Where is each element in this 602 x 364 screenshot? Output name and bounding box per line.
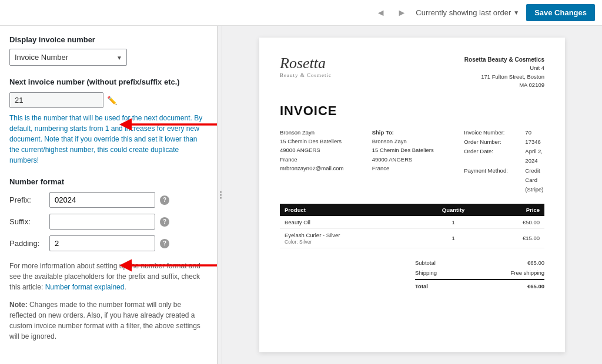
item-sub-2: Color: Silver	[285, 239, 312, 245]
bill-addr2: 49000 ANGERS	[280, 146, 360, 154]
shipping-row: Shipping Free shipping	[415, 268, 544, 278]
main-layout: Display invoice number Invoice NumberOrd…	[0, 26, 602, 364]
next-invoice-title: Next invoice number (without prefix/suff…	[9, 77, 208, 86]
logo-tagline: Beauty & Cosmetic	[280, 72, 332, 78]
note-body: Changes made to the number format will o…	[9, 301, 200, 341]
prefix-help-icon[interactable]: ?	[160, 196, 169, 205]
item-name-1: Beauty Oil	[280, 216, 419, 229]
company-info: Rosetta Beauty & Cosmetics Unit 4 171 Fu…	[464, 55, 544, 89]
company-addr3: MA 02109	[519, 82, 544, 88]
total-label: Total	[415, 283, 428, 289]
note-text: Note: Changes made to the number format …	[9, 299, 208, 342]
ship-label: Ship To:	[372, 128, 453, 137]
bill-addr3: France	[280, 155, 360, 164]
bill-email: mrbronzayn02@mail.com	[280, 164, 360, 173]
meta-order-row: Order Number: 17346	[464, 137, 544, 147]
next-invoice-input-row: ✏️	[9, 92, 208, 108]
meta-payment-val: Credit Card (Stripe)	[525, 166, 544, 194]
meta-payment-row: Payment Method: Credit Card (Stripe)	[464, 166, 544, 194]
showing-label: Currently showing last order ▼	[416, 8, 519, 17]
shipping-address: Ship To: Bronson Zayn 15 Chemin Des Bate…	[372, 128, 453, 194]
next-invoice-input[interactable]	[9, 92, 103, 108]
totals-table: Subtotal €65.00 Shipping Free shipping T…	[415, 258, 544, 291]
total-row: Total €65.00	[415, 279, 544, 291]
left-panel: Display invoice number Invoice NumberOrd…	[0, 26, 218, 364]
invoice-preview: Rosetta Beauty & Cosmetic Rosetta Beauty…	[259, 38, 565, 352]
padding-row: Padding: ?	[9, 235, 208, 251]
meta-invoice-label: Invoice Number:	[464, 128, 523, 137]
ship-addr1: 15 Chemin Des Bateliers	[372, 146, 453, 154]
billing-address: Bronson Zayn 15 Chemin Des Bateliers 490…	[280, 128, 360, 194]
showing-label-text: Currently showing last order	[416, 8, 511, 17]
item-qty-2: 1	[419, 228, 488, 248]
item-price-1: €50.00	[487, 216, 544, 229]
suffix-row: Suffix: ?	[9, 214, 208, 230]
prefix-input[interactable]	[49, 192, 155, 208]
suffix-help-icon[interactable]: ?	[160, 217, 169, 227]
invoice-meta: Invoice Number: 70 Order Number: 17346 O…	[464, 128, 544, 194]
meta-payment-label: Payment Method:	[464, 166, 523, 194]
next-invoice-section: Next invoice number (without prefix/suff…	[9, 77, 208, 166]
meta-order-label: Order Number:	[464, 137, 523, 147]
invoice-items-table: Product Quantity Price Beauty Oil 1 €50.…	[280, 204, 544, 248]
padding-label: Padding:	[9, 239, 45, 248]
ship-name: Bronson Zayn	[372, 137, 453, 146]
col-product: Product	[280, 204, 419, 216]
meta-date-label: Order Date:	[464, 147, 523, 166]
padding-input[interactable]	[49, 235, 155, 251]
subtotal-label: Subtotal	[415, 259, 436, 266]
number-format-section: Number format Prefix: ? Suffix: ? Paddin…	[9, 177, 208, 251]
invoice-totals: Subtotal €65.00 Shipping Free shipping T…	[280, 258, 544, 291]
meta-date-row: Order Date: April 2, 2024	[464, 147, 544, 166]
subtotal-val: €65.00	[527, 259, 544, 266]
company-name: Rosetta Beauty & Cosmetics	[464, 56, 544, 63]
panel-divider	[218, 26, 222, 364]
invoice-header: Rosetta Beauty & Cosmetic Rosetta Beauty…	[280, 55, 544, 89]
nav-forward-button[interactable]: ►	[395, 6, 409, 19]
item-qty-1: 1	[419, 216, 488, 229]
display-invoice-select[interactable]: Invoice NumberOrder NumberSequential	[9, 49, 127, 66]
suffix-label: Suffix:	[9, 217, 45, 226]
prefix-row: Prefix: ?	[9, 192, 208, 208]
total-val: €65.00	[527, 283, 544, 289]
number-format-link[interactable]: Number format explained	[45, 283, 125, 291]
format-info-text: For more information about setting up th…	[9, 261, 208, 292]
company-addr2: 171 Fulton Street, Boston	[481, 73, 544, 80]
table-row: Beauty Oil 1 €50.00	[280, 216, 544, 229]
suffix-input[interactable]	[49, 214, 155, 230]
meta-invoice-val: 70	[525, 128, 531, 137]
right-panel: Rosetta Beauty & Cosmetic Rosetta Beauty…	[222, 26, 602, 364]
company-logo: Rosetta Beauty & Cosmetic	[280, 55, 332, 89]
divider-handle	[218, 191, 223, 199]
prefix-label: Prefix:	[9, 196, 45, 204]
invoice-title: INVOICE	[280, 103, 544, 119]
item-price-2: €15.00	[487, 228, 544, 248]
shipping-val: Free shipping	[510, 269, 544, 276]
item-name-2: Eyelash Curler - SilverColor: Silver	[280, 228, 419, 248]
padding-help-icon[interactable]: ?	[160, 239, 169, 248]
ship-addr3: France	[372, 164, 453, 173]
table-row: Eyelash Curler - SilverColor: Silver 1 €…	[280, 228, 544, 248]
subtotal-row: Subtotal €65.00	[415, 258, 544, 268]
company-addr1: Unit 4	[530, 65, 544, 71]
top-bar: ◄ ► Currently showing last order ▼ Save …	[0, 0, 602, 26]
col-quantity: Quantity	[419, 204, 488, 216]
display-invoice-label: Display invoice number	[9, 35, 208, 44]
invoice-addresses: Bronson Zayn 15 Chemin Des Bateliers 490…	[280, 128, 544, 194]
next-invoice-help-text: This is the number that will be used for…	[9, 113, 208, 166]
bill-addr1: 15 Chemin Des Bateliers	[280, 137, 360, 146]
edit-icon[interactable]: ✏️	[107, 96, 117, 105]
ship-addr2: 49000 ANGERS	[372, 155, 453, 164]
display-invoice-select-wrapper: Invoice NumberOrder NumberSequential	[9, 49, 127, 66]
save-changes-button[interactable]: Save Changes	[526, 4, 595, 21]
col-price: Price	[487, 204, 544, 216]
bill-name: Bronson Zayn	[280, 128, 360, 137]
meta-invoice-row: Invoice Number: 70	[464, 128, 544, 137]
showing-caret-icon: ▼	[513, 9, 519, 16]
meta-date-val: April 2, 2024	[525, 147, 544, 166]
nav-back-button[interactable]: ◄	[374, 6, 388, 19]
number-format-title: Number format	[9, 177, 208, 186]
meta-order-val: 17346	[525, 137, 540, 147]
shipping-label: Shipping	[415, 269, 437, 276]
logo-name: Rosetta	[280, 55, 332, 72]
